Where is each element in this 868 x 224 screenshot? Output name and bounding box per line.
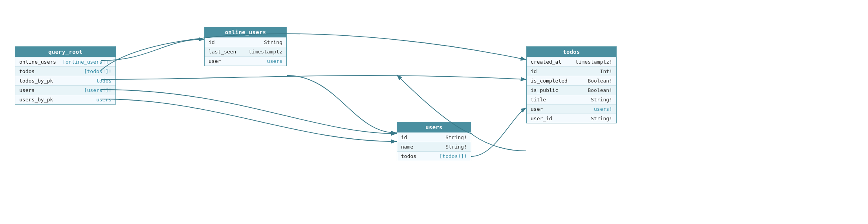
table-header-users: users xyxy=(397,122,471,132)
table-header-query-root: query_root xyxy=(15,47,115,57)
table-row: title String! xyxy=(527,95,616,104)
arrow-qr-todos xyxy=(101,34,526,70)
table-row: is_public Boolean! xyxy=(527,85,616,95)
table-row: users [users!]! xyxy=(15,85,115,95)
table-row: id Int! xyxy=(527,66,616,76)
table-row: user users! xyxy=(527,104,616,114)
table-row: online_users [online_users!]! xyxy=(15,57,115,66)
table-row: todos [todos!]! xyxy=(15,66,115,76)
table-query-root: query_root online_users [online_users!]!… xyxy=(15,46,116,105)
relationship-arrows xyxy=(0,0,868,224)
table-row: users_by_pk users xyxy=(15,95,115,104)
table-row: todos [todos!]! xyxy=(397,151,471,161)
table-todos: todos created_at timestamptz! id Int! is… xyxy=(526,46,617,123)
table-row: created_at timestamptz! xyxy=(527,57,616,66)
table-row: id String xyxy=(205,37,286,47)
table-row: is_completed Boolean! xyxy=(527,76,616,85)
arrow-online-users-user xyxy=(287,75,397,133)
arrow-users-todos xyxy=(471,108,526,156)
table-header-todos: todos xyxy=(527,47,616,57)
table-row: user_id String! xyxy=(527,114,616,123)
arrow-qr-online-users xyxy=(101,39,204,61)
arrow-qr-users-by-pk xyxy=(101,99,397,141)
table-header-online-users: online_users xyxy=(205,27,286,37)
arrow-qr-todos-by-pk xyxy=(101,75,526,79)
arrow-qr-users xyxy=(101,90,397,134)
table-row: name String! xyxy=(397,142,471,151)
diagram-container: query_root online_users [online_users!]!… xyxy=(0,0,868,224)
table-row: user users xyxy=(205,56,286,66)
table-online-users: online_users id String last_seen timesta… xyxy=(204,27,287,66)
table-users: users id String! name String! todos [tod… xyxy=(397,122,471,161)
table-row: last_seen timestamptz xyxy=(205,47,286,56)
table-row: id String! xyxy=(397,132,471,142)
table-row: todos_by_pk todos xyxy=(15,76,115,85)
